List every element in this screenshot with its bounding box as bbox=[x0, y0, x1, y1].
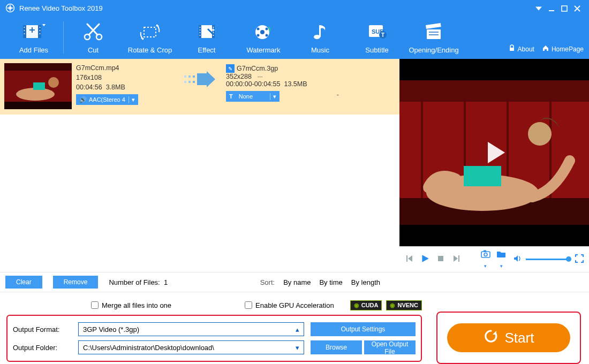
watermark-button[interactable]: Watermark bbox=[235, 16, 292, 59]
svg-rect-54 bbox=[188, 75, 191, 78]
svg-point-11 bbox=[40, 30, 41, 31]
audio-dropdown-icon[interactable]: ▾ bbox=[129, 96, 138, 103]
play-button[interactable] bbox=[420, 254, 431, 266]
output-format-combo[interactable]: 3GP Video (*.3gp) ▴ bbox=[78, 322, 304, 336]
svg-point-21 bbox=[200, 27, 201, 28]
sort-label: Sort: bbox=[260, 278, 275, 286]
svg-point-34 bbox=[266, 34, 268, 36]
edit-icon[interactable]: ✎ bbox=[226, 64, 235, 73]
svg-rect-36 bbox=[319, 25, 321, 37]
svg-point-28 bbox=[213, 35, 214, 36]
volume-icon[interactable] bbox=[512, 254, 523, 265]
svg-point-31 bbox=[257, 27, 260, 30]
svg-point-10 bbox=[40, 27, 41, 28]
gpu-checkbox[interactable]: Enable GPU Acceleration bbox=[245, 301, 334, 309]
svg-rect-17 bbox=[144, 27, 156, 37]
player-controls: ▾ ▾ bbox=[399, 246, 589, 272]
music-button[interactable]: Music bbox=[292, 16, 349, 59]
rotate-crop-icon bbox=[140, 21, 160, 43]
svg-point-23 bbox=[200, 32, 201, 33]
homepage-link[interactable]: HomePage bbox=[542, 44, 584, 54]
open-folder-button[interactable]: ▾ bbox=[496, 249, 507, 270]
music-note-icon bbox=[311, 21, 329, 43]
subtitle-button[interactable]: SUBT Subtitle bbox=[349, 16, 405, 59]
about-link[interactable]: About bbox=[508, 44, 534, 54]
remove-button[interactable]: Remove bbox=[53, 276, 99, 289]
chevron-down-icon: ▾ bbox=[296, 344, 299, 352]
speaker-icon: 🔊 bbox=[79, 96, 87, 103]
maximize-button[interactable] bbox=[558, 4, 571, 12]
svg-point-8 bbox=[24, 30, 25, 31]
start-button[interactable]: Start bbox=[447, 323, 570, 352]
destination-filename: G7mCcm.3gp bbox=[237, 65, 278, 72]
svg-rect-60 bbox=[399, 80, 589, 102]
svg-point-12 bbox=[40, 33, 41, 34]
svg-rect-70 bbox=[481, 252, 490, 257]
source-filename: G7mCcm.mp4 bbox=[76, 64, 175, 72]
svg-point-30 bbox=[260, 30, 265, 34]
sort-by-name[interactable]: By name bbox=[283, 278, 311, 286]
merge-checkbox[interactable]: Merge all files into one bbox=[91, 301, 171, 309]
app-logo-icon bbox=[5, 3, 15, 13]
output-folder-combo[interactable]: C:\Users\Administrator\Desktop\download\… bbox=[78, 340, 304, 354]
browse-button[interactable]: Browse bbox=[311, 340, 362, 354]
audio-track-selector[interactable]: 🔊AAC(Stereo 4 ▾ bbox=[76, 94, 138, 105]
source-duration: 00:04:56 bbox=[76, 84, 102, 91]
svg-point-33 bbox=[257, 34, 260, 36]
close-button[interactable] bbox=[571, 4, 584, 12]
cut-button[interactable]: Cut bbox=[65, 16, 122, 59]
subtitle-dropdown-icon[interactable]: ▾ bbox=[270, 93, 280, 100]
svg-rect-52 bbox=[184, 75, 186, 78]
open-output-file-button[interactable]: Open Output File bbox=[364, 340, 416, 354]
output-settings-button[interactable]: Output Settings bbox=[311, 322, 416, 336]
minimize-button[interactable] bbox=[545, 4, 558, 12]
start-button-highlight: Start bbox=[436, 312, 581, 364]
text-icon: T bbox=[229, 93, 233, 100]
cuda-badge: ◉CUDA bbox=[350, 300, 382, 310]
subtitle-track-selector[interactable]: T None ▾ bbox=[226, 91, 280, 102]
svg-rect-51 bbox=[33, 82, 45, 90]
more-dots[interactable]: ··· bbox=[257, 73, 262, 80]
snapshot-button[interactable]: ▾ bbox=[480, 249, 491, 270]
preview-video[interactable] bbox=[399, 59, 589, 246]
next-button[interactable] bbox=[451, 254, 462, 265]
main-toolbar: Add Files Cut Rotate & Crop Effect Water… bbox=[0, 16, 589, 59]
home-icon bbox=[542, 44, 549, 54]
svg-point-27 bbox=[213, 32, 214, 33]
video-thumbnail bbox=[4, 63, 72, 109]
stop-button[interactable] bbox=[435, 255, 446, 264]
titlebar: Renee Video Toolbox 2019 bbox=[0, 0, 589, 16]
file-count-label: Number of Files: 1 bbox=[109, 278, 168, 286]
svg-text:T: T bbox=[381, 32, 384, 38]
sort-by-length[interactable]: By length bbox=[351, 278, 380, 286]
dropdown-menu-icon[interactable] bbox=[532, 4, 545, 12]
fullscreen-button[interactable] bbox=[574, 254, 585, 265]
file-row[interactable]: G7mCcm.mp4 176x108 00:04:56 3.8MB 🔊AAC(S… bbox=[0, 59, 399, 115]
opening-ending-button[interactable]: Opening/Ending bbox=[405, 16, 462, 59]
destination-resolution: 352x288 bbox=[226, 73, 252, 80]
file-list: G7mCcm.mp4 176x108 00:04:56 3.8MB 🔊AAC(S… bbox=[0, 59, 399, 272]
play-overlay-icon[interactable] bbox=[478, 136, 510, 169]
svg-rect-48 bbox=[4, 102, 72, 109]
prev-button[interactable] bbox=[404, 254, 414, 265]
sort-by-time[interactable]: By time bbox=[319, 278, 342, 286]
svg-point-24 bbox=[200, 35, 201, 36]
slate-icon bbox=[424, 21, 444, 43]
source-size: 3.8MB bbox=[106, 84, 125, 91]
svg-rect-56 bbox=[193, 75, 195, 78]
destination-range: 00:00:00-00:04:55 bbox=[226, 80, 280, 88]
svg-rect-3 bbox=[562, 6, 567, 11]
clear-button[interactable]: Clear bbox=[5, 276, 42, 289]
svg-rect-14 bbox=[32, 27, 33, 33]
svg-rect-53 bbox=[184, 81, 186, 83]
destination-info: ✎ G7mCcm.3gp 352x288 ··· 00:00:00-00:04:… bbox=[222, 63, 395, 103]
scissors-icon bbox=[83, 21, 103, 43]
output-format-label: Output Format: bbox=[13, 325, 72, 333]
svg-point-50 bbox=[48, 77, 59, 88]
rotate-crop-button[interactable]: Rotate & Crop bbox=[122, 16, 178, 59]
add-files-button[interactable]: Add Files bbox=[5, 16, 62, 59]
source-info: G7mCcm.mp4 176x108 00:04:56 3.8MB 🔊AAC(S… bbox=[72, 63, 179, 106]
effect-button[interactable]: Effect bbox=[178, 16, 235, 59]
svg-point-32 bbox=[266, 27, 268, 30]
volume-slider[interactable] bbox=[526, 259, 569, 260]
